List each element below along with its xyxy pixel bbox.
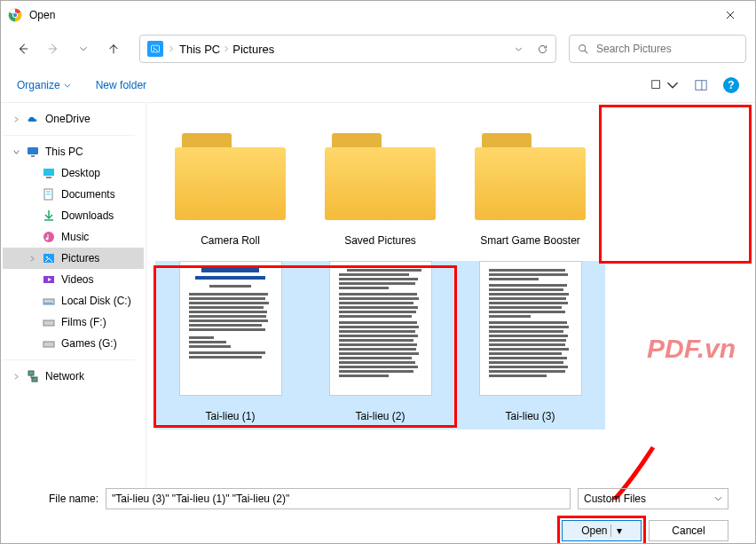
document-thumbnail xyxy=(179,261,282,396)
file-grid: Camera Roll Saved Pictures Smart Game Bo… xyxy=(146,103,755,500)
file-tai-lieu-1[interactable]: Tai-lieu (1) xyxy=(155,261,305,430)
sidebar-item-gamesg[interactable]: Games (G:) xyxy=(3,333,144,354)
network-icon xyxy=(26,369,40,383)
pictures-icon xyxy=(42,251,56,265)
disk-icon xyxy=(42,336,56,351)
sidebar-item-music[interactable]: Music xyxy=(3,226,144,248)
close-button[interactable] xyxy=(713,1,748,29)
desktop-icon xyxy=(42,166,56,180)
cloud-icon xyxy=(26,112,40,126)
filename-label: File name: xyxy=(28,493,98,505)
music-icon xyxy=(42,230,56,244)
breadcrumb-root[interactable]: This PC xyxy=(179,43,220,56)
document-thumbnail xyxy=(329,261,432,396)
downloads-icon xyxy=(42,209,56,223)
file-tai-lieu-3[interactable]: Tai-lieu (3) xyxy=(455,261,605,430)
disk-icon xyxy=(42,294,56,308)
sidebar-item-pictures[interactable]: Pictures xyxy=(3,248,144,269)
filename-input[interactable] xyxy=(106,488,571,509)
folder-saved-pictures[interactable]: Saved Pictures xyxy=(305,114,455,254)
sidebar-item-localc[interactable]: Local Disk (C:) xyxy=(3,290,144,311)
document-thumbnail xyxy=(479,261,582,396)
svg-rect-23 xyxy=(43,303,52,304)
organize-menu[interactable]: Organize xyxy=(17,79,71,91)
back-button[interactable] xyxy=(10,35,36,62)
refresh-icon[interactable] xyxy=(537,43,548,55)
item-label: Tai-lieu (1) xyxy=(205,410,255,430)
svg-rect-10 xyxy=(31,155,35,157)
item-label: Camera Roll xyxy=(201,234,260,254)
svg-rect-12 xyxy=(46,177,51,178)
sidebar-item-network[interactable]: Network xyxy=(3,366,144,387)
svg-point-17 xyxy=(43,232,54,242)
recent-dropdown[interactable] xyxy=(70,35,97,62)
help-icon[interactable]: ? xyxy=(723,77,739,93)
svg-rect-25 xyxy=(43,342,54,347)
folder-icon xyxy=(325,131,436,220)
svg-point-2 xyxy=(12,12,17,17)
bottom-panel: File name: Custom Files Open ▾ Cancel xyxy=(1,481,755,543)
search-input[interactable] xyxy=(596,43,738,55)
folder-icon xyxy=(175,131,286,220)
view-menu[interactable] xyxy=(650,79,679,91)
search-icon xyxy=(577,43,589,55)
file-tai-lieu-2[interactable]: Tai-lieu (2) xyxy=(305,261,455,430)
item-label: Saved Pictures xyxy=(344,234,416,254)
chrome-icon xyxy=(8,8,22,22)
watermark: PDF.vn xyxy=(647,334,736,364)
preview-pane-icon[interactable] xyxy=(695,79,707,91)
sidebar-item-filmsf[interactable]: Films (F:) xyxy=(3,311,144,333)
new-folder-button[interactable]: New folder xyxy=(96,79,146,91)
svg-point-4 xyxy=(154,48,155,50)
svg-point-20 xyxy=(46,256,48,258)
svg-rect-6 xyxy=(652,81,660,89)
folder-icon xyxy=(475,131,586,220)
toolbar: Organize New folder ? xyxy=(1,68,755,102)
monitor-icon xyxy=(26,145,40,159)
body-area: OneDrive This PC Desktop Documents Downl… xyxy=(1,102,755,500)
filetype-filter[interactable]: Custom Files xyxy=(578,488,728,509)
svg-rect-7 xyxy=(696,81,706,91)
address-bar[interactable]: This PC Pictures xyxy=(139,35,556,63)
navbar: This PC Pictures xyxy=(1,29,755,68)
search-box[interactable] xyxy=(569,35,746,63)
svg-point-18 xyxy=(46,238,49,240)
sidebar-item-videos[interactable]: Videos xyxy=(3,269,144,290)
documents-icon xyxy=(42,187,56,201)
svg-point-5 xyxy=(579,45,586,51)
folder-smart-game-booster[interactable]: Smart Game Booster xyxy=(455,114,605,254)
disk-icon xyxy=(42,315,56,329)
titlebar: Open xyxy=(1,1,755,29)
item-label: Tai-lieu (3) xyxy=(505,410,555,430)
sidebar-item-downloads[interactable]: Downloads xyxy=(3,205,144,226)
window-title: Open xyxy=(29,9,55,21)
cancel-button[interactable]: Cancel xyxy=(649,520,728,541)
svg-rect-9 xyxy=(28,147,38,154)
pictures-icon xyxy=(147,41,163,57)
open-button[interactable]: Open ▾ xyxy=(562,520,642,541)
up-button[interactable] xyxy=(100,35,127,62)
item-label: Smart Game Booster xyxy=(480,234,580,254)
item-label: Tai-lieu (2) xyxy=(355,410,405,430)
svg-rect-26 xyxy=(28,371,34,375)
sidebar-item-onedrive[interactable]: OneDrive xyxy=(3,108,144,130)
address-actions xyxy=(513,43,548,55)
dropdown-icon[interactable] xyxy=(513,43,524,55)
breadcrumb-current[interactable]: Pictures xyxy=(232,43,274,56)
sidebar: OneDrive This PC Desktop Documents Downl… xyxy=(1,103,146,500)
sidebar-item-thispc[interactable]: This PC xyxy=(3,141,144,162)
sidebar-item-documents[interactable]: Documents xyxy=(3,184,144,205)
svg-rect-11 xyxy=(43,169,54,176)
videos-icon xyxy=(42,272,56,287)
sidebar-item-desktop[interactable]: Desktop xyxy=(3,162,144,184)
breadcrumb: This PC Pictures xyxy=(179,43,274,56)
svg-rect-24 xyxy=(43,320,54,326)
folder-camera-roll[interactable]: Camera Roll xyxy=(155,114,305,254)
forward-button[interactable] xyxy=(40,35,67,62)
